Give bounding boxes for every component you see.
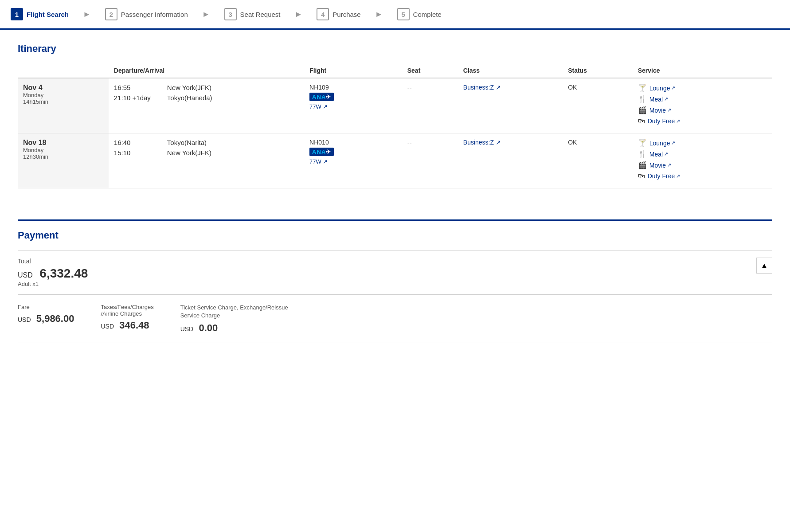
- step-3-label: Seat Request: [240, 11, 281, 18]
- ext-icon-meal-1: ↗: [664, 151, 668, 157]
- step-3-number: 3: [224, 8, 237, 20]
- step-3[interactable]: 3 Seat Request: [224, 8, 281, 20]
- step-arrow-1: ►: [83, 10, 91, 19]
- collapse-button[interactable]: ▲: [756, 258, 772, 274]
- aircraft-link-1[interactable]: 77W ↗: [309, 158, 328, 165]
- service-item-meal-0: 🍴 Meal ↗: [638, 95, 767, 103]
- payment-total-row: Total USD 6,332.48 Adult x1 ▲: [18, 250, 772, 295]
- step-2-number: 2: [105, 8, 117, 20]
- step-1[interactable]: 1 Flight Search: [11, 8, 69, 20]
- step-4-label: Purchase: [332, 11, 360, 18]
- payment-title: Payment: [18, 230, 772, 241]
- ext-icon-meal-0: ↗: [664, 96, 668, 102]
- ticket-item: Ticket Service Charge, Exchange/Reissue …: [180, 304, 296, 334]
- itinerary-title: Itinerary: [18, 43, 772, 55]
- seat-cell-0: --: [402, 78, 458, 133]
- duty-free-link-0[interactable]: Duty Free ↗: [648, 117, 680, 125]
- arr-city-0: Tokyo(Haneda): [167, 94, 212, 102]
- status-cell-0: OK: [563, 78, 633, 133]
- movie-link-1[interactable]: Movie ↗: [649, 162, 671, 169]
- meal-icon-0: 🍴: [638, 95, 647, 103]
- service-item-movie-0: 🎬 Movie ↗: [638, 106, 767, 114]
- payment-divider: [18, 219, 772, 221]
- total-label: Total: [18, 258, 88, 265]
- service-item-duty-free-0: 🛍 Duty Free ↗: [638, 117, 767, 125]
- step-5-number: 5: [397, 8, 410, 20]
- collapse-icon: ▲: [761, 262, 768, 270]
- ext-icon-lounge-1: ↗: [671, 140, 675, 146]
- aircraft-link-0[interactable]: 77W ↗: [309, 103, 328, 110]
- ext-icon-duty-free-0: ↗: [676, 118, 680, 124]
- arr-time-1: 15:10: [114, 149, 167, 156]
- date-duration-0: 14h15min: [23, 98, 103, 105]
- step-2[interactable]: 2 Passenger Information: [105, 8, 188, 20]
- movie-link-0[interactable]: Movie ↗: [649, 107, 671, 114]
- step-1-label: Flight Search: [27, 11, 69, 18]
- col-service: Service: [633, 63, 772, 78]
- movie-icon-1: 🎬: [638, 161, 647, 169]
- taxes-label: Taxes/Fees/Charges/Airline Charges: [101, 304, 153, 317]
- class-cell-0: Business:Z ↗: [458, 78, 563, 133]
- service-item-lounge-0: 🍸 Lounge ↗: [638, 84, 767, 92]
- step-arrow-2: ►: [202, 10, 210, 19]
- dep-time-1: 16:40: [114, 139, 167, 146]
- dep-arr-cell-1: 16:40 Tokyo(Narita) 15:10 New York(JFK): [109, 133, 304, 188]
- step-1-number: 1: [11, 8, 23, 20]
- payment-total-info: Total USD 6,332.48 Adult x1: [18, 258, 88, 287]
- meal-link-1[interactable]: Meal ↗: [649, 151, 668, 158]
- flight-num-0: NH109: [309, 84, 397, 91]
- dep-city-0: New York(JFK): [167, 84, 211, 91]
- meal-link-0[interactable]: Meal ↗: [649, 96, 668, 103]
- service-item-duty-free-1: 🛍 Duty Free ↗: [638, 172, 767, 180]
- col-seat: Seat: [402, 63, 458, 78]
- lounge-link-0[interactable]: Lounge ↗: [649, 85, 676, 92]
- total-currency: USD: [18, 271, 33, 279]
- payment-section: Payment Total USD 6,332.48 Adult x1 ▲ Fa…: [0, 230, 790, 361]
- status-cell-1: OK: [563, 133, 633, 188]
- ext-icon-movie-1: ↗: [667, 162, 671, 168]
- stepper: 1 Flight Search ► 2 Passenger Informatio…: [0, 0, 790, 30]
- date-day-0: Monday: [23, 92, 103, 98]
- ticket-currency: USD: [180, 325, 194, 332]
- class-link-0[interactable]: Business:Z ↗: [463, 84, 501, 91]
- service-item-meal-1: 🍴 Meal ↗: [638, 150, 767, 158]
- movie-icon-0: 🎬: [638, 106, 647, 114]
- fare-label: Fare: [18, 304, 74, 310]
- duty-free-icon-0: 🛍: [638, 117, 645, 125]
- table-row: Nov 4 Monday 14h15min 16:55 New York(JFK…: [18, 78, 772, 133]
- flight-cell-1: NH010 ANA✈ 77W ↗: [304, 133, 402, 188]
- service-item-movie-1: 🎬 Movie ↗: [638, 161, 767, 169]
- taxes-currency: USD: [101, 323, 114, 330]
- step-arrow-3: ►: [295, 10, 303, 19]
- ticket-amount-value: 0.00: [199, 322, 218, 333]
- total-passengers: Adult x1: [18, 281, 88, 287]
- arr-city-1: New York(JFK): [167, 149, 211, 156]
- date-day-1: Monday: [23, 147, 103, 153]
- col-class: Class: [458, 63, 563, 78]
- fare-amount: USD 5,986.00: [18, 313, 74, 325]
- class-link-1[interactable]: Business:Z ↗: [463, 139, 501, 146]
- step-4[interactable]: 4 Purchase: [317, 8, 360, 20]
- ext-icon-lounge-0: ↗: [671, 85, 675, 91]
- main-content: Itinerary Departure/Arrival Flight Seat …: [0, 30, 790, 219]
- taxes-item: Taxes/Fees/Charges/Airline Charges USD 3…: [101, 304, 153, 334]
- col-date: [18, 63, 109, 78]
- ext-icon-duty-free-1: ↗: [676, 173, 680, 179]
- dep-city-1: Tokyo(Narita): [167, 139, 207, 146]
- lounge-link-1[interactable]: Lounge ↗: [649, 140, 676, 147]
- fare-item: Fare USD 5,986.00: [18, 304, 74, 334]
- total-amount: USD 6,332.48: [18, 266, 88, 281]
- flight-num-1: NH010: [309, 139, 397, 146]
- dep-time-0: 16:55: [114, 84, 167, 91]
- date-bold-0: Nov 4: [23, 84, 103, 92]
- arr-time-0: 21:10 +1day: [114, 94, 167, 102]
- payment-breakdown: Fare USD 5,986.00 Taxes/Fees/Charges/Air…: [18, 295, 772, 343]
- service-cell-1: 🍸 Lounge ↗ 🍴 Meal ↗ 🎬 Movie ↗ 🛍 Duty Fre…: [633, 133, 772, 188]
- step-5[interactable]: 5 Complete: [397, 8, 442, 20]
- dep-arr-cell-0: 16:55 New York(JFK) 21:10 +1day Tokyo(Ha…: [109, 78, 304, 133]
- lounge-icon-1: 🍸: [638, 139, 647, 147]
- step-4-number: 4: [317, 8, 329, 20]
- col-flight: Flight: [304, 63, 402, 78]
- duty-free-link-1[interactable]: Duty Free ↗: [648, 172, 680, 180]
- duty-free-icon-1: 🛍: [638, 172, 645, 180]
